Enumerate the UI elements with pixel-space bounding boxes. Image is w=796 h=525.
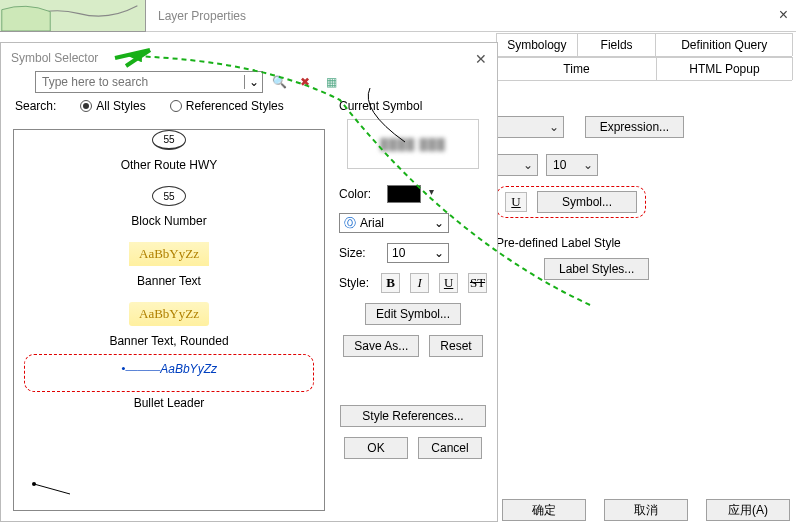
reset-button[interactable]: Reset [429, 335, 482, 357]
font-dropdown[interactable]: ⓄArial⌄ [339, 213, 449, 233]
font-size-dropdown-2[interactable]: 10 [546, 154, 598, 176]
search-field[interactable] [36, 75, 244, 89]
dialog-title: Symbol Selector [1, 43, 497, 71]
font-size-dropdown-1[interactable] [496, 154, 538, 176]
list-item[interactable]: AaBbYyZz Banner Text [14, 232, 324, 292]
strike-toggle[interactable]: ST [468, 273, 487, 293]
search-input[interactable]: ⌄ [35, 71, 263, 93]
list-item[interactable]: 55 Other Route HWY [14, 130, 324, 176]
cancel-button[interactable]: Cancel [418, 437, 482, 459]
apply-button[interactable]: 应用(A) [706, 499, 790, 521]
symbol-list[interactable]: 55 Other Route HWY 55 Block Number AaBbY… [13, 129, 325, 511]
ok-button[interactable]: 确定 [502, 499, 586, 521]
tab-symbology[interactable]: Symbology [496, 33, 578, 56]
symbol-button[interactable]: Symbol... [537, 191, 637, 213]
clear-search-icon[interactable]: ✖ [295, 72, 315, 92]
list-item-label: Bullet Leader [14, 394, 324, 414]
close-icon[interactable]: ✕ [475, 51, 487, 67]
dialog-footer: 确定 取消 应用(A) [496, 499, 790, 521]
underline-toggle[interactable]: U [439, 273, 458, 293]
style-label: Style: [339, 276, 371, 290]
preview-panel: Current Symbol ████ ███ Color: ⓄArial⌄ S… [339, 99, 487, 459]
style-references-button[interactable]: Style References... [340, 405, 486, 427]
save-as-button[interactable]: Save As... [343, 335, 419, 357]
window-titlebar: Layer Properties [146, 0, 796, 32]
predefined-label: Pre-defined Label Style [496, 236, 788, 250]
labels-panel: Expression... 10 U Symbol... Pre-defined… [496, 80, 788, 280]
field-dropdown[interactable] [496, 116, 564, 138]
current-symbol-label: Current Symbol [339, 99, 487, 113]
edit-symbol-button[interactable]: Edit Symbol... [365, 303, 461, 325]
bold-toggle[interactable]: B [381, 273, 400, 293]
all-styles-radio[interactable]: All Styles [80, 99, 145, 113]
current-symbol-preview: ████ ███ [347, 119, 479, 169]
ok-button[interactable]: OK [344, 437, 408, 459]
tab-fields[interactable]: Fields [577, 33, 657, 56]
color-picker[interactable] [387, 185, 421, 203]
font-icon: Ⓞ [344, 215, 356, 232]
tab-html-popup[interactable]: HTML Popup [656, 57, 793, 80]
tabs: Symbology Fields Definition Query Time H… [496, 33, 792, 81]
close-icon[interactable]: × [779, 6, 788, 24]
window-title: Layer Properties [158, 9, 246, 23]
list-item[interactable]: 55 Block Number [14, 176, 324, 232]
size-label: Size: [339, 246, 377, 260]
map-thumbnail [0, 0, 146, 32]
color-label: Color: [339, 187, 377, 201]
italic-toggle[interactable]: I [410, 273, 429, 293]
underline-toggle[interactable]: U [505, 192, 527, 212]
expression-button[interactable]: Expression... [585, 116, 684, 138]
tab-definition-query[interactable]: Definition Query [655, 33, 793, 56]
grid-view-icon[interactable]: ▦ [321, 72, 341, 92]
search-label: Search: [15, 99, 56, 113]
size-input[interactable]: 10⌄ [387, 243, 449, 263]
cancel-button[interactable]: 取消 [604, 499, 688, 521]
symbol-selector-dialog: Symbol Selector ✕ ⌄ 🔍 ✖ ▦ Search: All St… [0, 42, 498, 522]
list-item[interactable]: AaBbYyZz Banner Text, Rounded [14, 292, 324, 352]
list-item[interactable]: •———AaBbYyZz [24, 354, 314, 392]
label-styles-button[interactable]: Label Styles... [544, 258, 649, 280]
search-icon[interactable]: 🔍 [269, 72, 289, 92]
referenced-styles-radio[interactable]: Referenced Styles [170, 99, 284, 113]
search-dropdown-icon[interactable]: ⌄ [244, 75, 262, 89]
tab-time[interactable]: Time [496, 57, 657, 80]
